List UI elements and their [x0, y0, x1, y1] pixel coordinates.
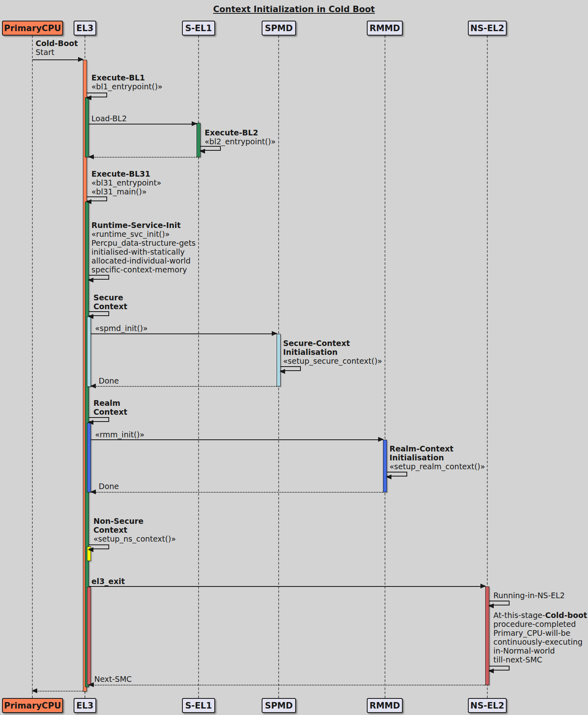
- arrow-el3-exit: [89, 586, 485, 587]
- label-el3-exit: el3_exit: [91, 577, 125, 586]
- lifeline-primarycpu: [32, 36, 33, 698]
- participant-ns-el2-bottom: NS-EL2: [468, 698, 507, 713]
- diagram-title: Context Initialization in Cold Boot: [0, 4, 588, 14]
- selfcall-runtime-service-init: [89, 275, 109, 280]
- label-cold-boot-start: Cold-Boot Start: [36, 39, 78, 57]
- arrow-spmd-init: [91, 333, 277, 334]
- participant-s-el1-bottom: S-EL1: [182, 698, 215, 713]
- arrow-done-spmd: [91, 386, 277, 387]
- participant-el3-bottom: EL3: [74, 698, 96, 713]
- participant-rmmd-top: RMMD: [367, 21, 403, 36]
- participant-rmmd-bottom: RMMD: [367, 698, 403, 713]
- label-rmm-init: «rmm_init()»: [95, 430, 144, 439]
- label-secure-context-init: Secure-Context Initialisation «setup_sec…: [283, 339, 382, 365]
- selfcall-running-ns-el2: [489, 601, 510, 605]
- participant-primarycpu-bottom: PrimaryCPU: [2, 698, 63, 713]
- label-done-spmd: Done: [99, 376, 119, 385]
- label-spmd-init: «spmd_init()»: [95, 324, 148, 333]
- arrow-return-primarycpu: [32, 691, 83, 692]
- label-realm-context-init: Realm-Context Initialisation «setup_real…: [389, 444, 485, 471]
- arrow-next-smc: [89, 685, 485, 685]
- participant-spmd-bottom: SPMD: [262, 698, 296, 713]
- activation-el3-exit: [87, 587, 91, 685]
- label-done-rmmd: Done: [99, 482, 119, 491]
- participant-s-el1-top: S-EL1: [182, 21, 215, 36]
- arrow-done-rmmd: [91, 492, 383, 493]
- label-load-bl2: Load-BL2: [91, 114, 127, 123]
- selfcall-secure-context-init: [281, 366, 301, 371]
- selfcall-execute-bl31: [87, 196, 107, 201]
- selfcall-secure-context: [89, 311, 109, 316]
- label-secure-context: Secure Context: [93, 293, 127, 311]
- activation-el3-secure-context: [87, 316, 91, 387]
- activation-rmmd-init: [383, 440, 387, 492]
- lifeline-rmmd: [385, 36, 385, 698]
- arrow-load-bl2: [89, 124, 197, 124]
- selfcall-execute-bl2: [201, 146, 221, 151]
- label-runtime-service-init: Runtime-Service-Init «runtime_svc_init()…: [91, 221, 196, 274]
- label-running-ns-el2: Running-in-NS-EL2: [493, 591, 565, 600]
- arrow-cold-boot-start: [32, 59, 83, 60]
- activation-spmd-init: [277, 334, 281, 386]
- participant-spmd-top: SPMD: [262, 21, 296, 36]
- label-execute-bl31: Execute-BL31 «bl31_entrypoint» «bl31_mai…: [91, 169, 161, 196]
- participant-primarycpu-top: PrimaryCPU: [2, 21, 63, 36]
- arrow-return-s-el1: [89, 157, 197, 158]
- selfcall-realm-context-init: [387, 472, 407, 477]
- label-execute-bl1: Execute-BL1 «bl1_entrypoint()»: [91, 73, 163, 91]
- participant-el3-top: EL3: [74, 21, 96, 36]
- selfcall-ns-context: [89, 544, 109, 549]
- label-next-smc: Next-SMC: [94, 675, 132, 683]
- participant-ns-el2-top: NS-EL2: [468, 21, 507, 36]
- label-cold-boot-note: At-this-stage-Cold-boot procedure-comple…: [493, 611, 587, 664]
- label-ns-context: Non-Secure Context «setup_ns_context()»: [93, 517, 176, 543]
- selfcall-realm-context: [89, 417, 109, 422]
- sequence-diagram: Context Initialization in Cold Boot Prim…: [0, 0, 588, 715]
- selfcall-till-next-smc: [489, 666, 510, 671]
- selfcall-execute-bl1: [87, 93, 107, 97]
- label-realm-context: Realm Context: [93, 399, 127, 416]
- activation-el3-realm-context: [87, 423, 91, 492]
- label-execute-bl2: Execute-BL2 «bl2_entrypoint()»: [205, 128, 276, 146]
- activation-el3-bl1: [85, 97, 89, 157]
- arrow-rmm-init: [91, 439, 383, 440]
